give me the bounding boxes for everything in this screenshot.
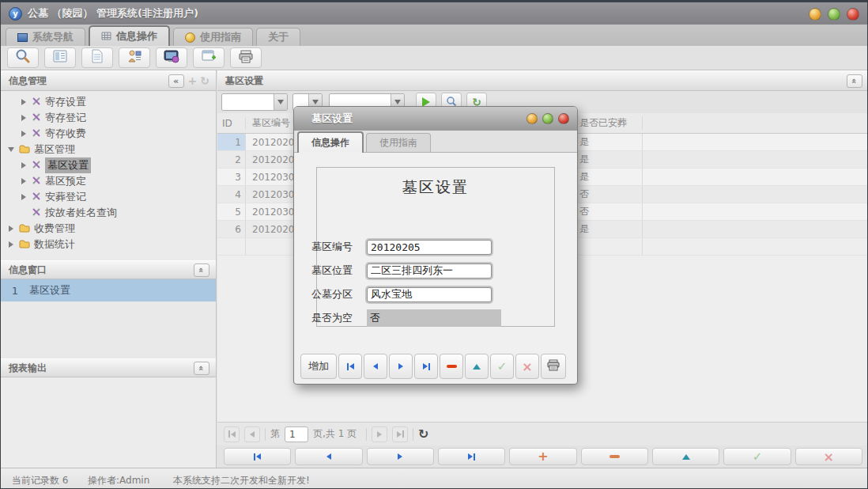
grid-refresh-button[interactable]: ↻ [418, 426, 428, 442]
last-page-button[interactable] [392, 426, 408, 442]
expand-arrow-icon[interactable] [21, 194, 26, 200]
record-last-button[interactable] [438, 448, 505, 465]
dialog-maximize-button[interactable] [542, 113, 553, 124]
refresh-icon[interactable]: ↻ [200, 74, 209, 87]
prev-page-button[interactable] [244, 426, 260, 442]
window-add-icon [202, 50, 216, 66]
record-confirm-button[interactable]: ✓ [723, 448, 791, 465]
cell-id[interactable]: 2 [217, 151, 246, 168]
tab-info-operation[interactable]: 信息操作 [89, 25, 170, 46]
tab-label: 信息操作 [116, 29, 157, 44]
tree-item-statistics[interactable]: 数据统计 [1, 237, 216, 252]
monitor-globe-button[interactable] [156, 47, 187, 68]
tree-item-storage-setup[interactable]: 寄存设置 [1, 94, 216, 110]
collapse-info-window-button[interactable]: « [194, 263, 209, 277]
dropdown-button[interactable] [274, 94, 287, 110]
grave-code-input[interactable] [367, 240, 492, 255]
window-controls [809, 8, 859, 21]
first-page-button[interactable] [224, 426, 240, 442]
add-record-button[interactable]: 增加 [300, 354, 337, 379]
minimize-button[interactable] [809, 8, 821, 21]
collapse-sidebar-button[interactable]: « [168, 74, 184, 88]
cell-id[interactable]: 4 [217, 186, 246, 203]
expand-arrow-icon[interactable] [21, 99, 26, 105]
record-cancel-button[interactable]: × [795, 448, 862, 465]
record-add-button[interactable]: + [509, 448, 576, 465]
dialog-prev-button[interactable] [364, 354, 387, 379]
dialog-delete-button[interactable] [440, 354, 463, 379]
next-page-button[interactable] [372, 426, 387, 442]
cell-id[interactable]: 5 [217, 203, 246, 220]
plus-icon: + [538, 450, 548, 463]
dialog-tab-user-guide[interactable]: 使用指南 [366, 133, 431, 152]
dialog-first-button[interactable] [338, 354, 362, 379]
printer-button[interactable] [230, 47, 262, 68]
window-add-button[interactable] [193, 47, 225, 68]
tab-about[interactable]: 关于 [256, 28, 300, 46]
tree-item-search-by-name[interactable]: 按故者姓名查询 [1, 205, 216, 221]
document-icon [91, 49, 104, 66]
record-count-label: 当前记录数 6 [12, 474, 68, 487]
cell-buried[interactable]: 是 [575, 151, 643, 168]
grave-location-input[interactable] [367, 263, 492, 279]
record-edit-button[interactable] [652, 448, 719, 465]
column-header-id[interactable]: ID [217, 118, 246, 129]
dialog-cancel-button[interactable]: × [515, 354, 539, 379]
expand-arrow-icon[interactable] [21, 178, 26, 184]
dialog-minimize-button[interactable] [526, 113, 538, 124]
tab-system-nav[interactable]: 系统导航 [6, 28, 85, 46]
expand-arrow-icon[interactable] [21, 162, 26, 169]
dialog-confirm-button[interactable]: ✓ [490, 354, 514, 379]
prev-record-icon [373, 363, 378, 370]
tree-item-grave-reserve[interactable]: 墓区预定 [1, 173, 216, 189]
tree-item-storage-register[interactable]: 寄存登记 [1, 110, 216, 126]
cell-buried[interactable]: 否 [575, 203, 643, 220]
tab-user-guide[interactable]: 使用指南 [173, 28, 253, 46]
record-first-button[interactable] [224, 448, 291, 465]
record-next-button[interactable] [367, 448, 434, 465]
cell-id[interactable]: 6 [217, 221, 246, 237]
dialog-close-button[interactable] [558, 113, 569, 124]
dialog-tab-info-operation[interactable]: 信息操作 [297, 131, 364, 153]
first-page-icon [231, 431, 236, 438]
dialog-next-button[interactable] [389, 354, 413, 379]
record-delete-button[interactable] [581, 448, 648, 465]
cell-buried[interactable]: 是 [575, 169, 643, 185]
collapse-arrow-icon[interactable] [8, 147, 14, 152]
expand-arrow-icon[interactable] [9, 241, 13, 248]
expand-arrow-icon[interactable] [21, 115, 26, 121]
tree-item-burial-register[interactable]: 安葬登记 [1, 189, 216, 205]
cell-id[interactable]: 3 [217, 169, 246, 185]
tree-item-grave-management[interactable]: 墓区管理 [1, 142, 216, 157]
expand-arrow-icon[interactable] [9, 226, 13, 232]
dialog-last-button[interactable] [414, 354, 438, 379]
tools-icon [32, 176, 41, 188]
add-icon[interactable]: + [188, 74, 198, 87]
cell-buried[interactable]: 是 [575, 221, 643, 237]
cell-id[interactable]: 1 [217, 134, 246, 150]
form-view-button[interactable] [44, 47, 76, 68]
grave-setup-panel-header: 墓区设置 « [217, 70, 868, 91]
filter-field-select[interactable] [221, 93, 288, 111]
page-number-input[interactable] [285, 426, 308, 442]
maximize-button[interactable] [828, 8, 840, 21]
collapse-report-button[interactable]: « [194, 362, 209, 375]
tree-item-fee-management[interactable]: 收费管理 [1, 221, 216, 237]
collapse-main-panel-button[interactable]: « [847, 74, 862, 88]
search-button[interactable] [7, 47, 39, 68]
tree-item-grave-setup[interactable]: 墓区设置 [1, 157, 216, 173]
user-settings-button[interactable] [119, 47, 150, 68]
record-prev-button[interactable] [295, 448, 362, 465]
tree-item-storage-fee[interactable]: 寄存收费 [1, 126, 216, 142]
dialog-print-button[interactable] [541, 354, 566, 379]
close-button[interactable] [847, 8, 859, 21]
prev-page-icon [250, 431, 255, 438]
expand-arrow-icon[interactable] [21, 131, 26, 137]
cell-buried[interactable]: 否 [575, 186, 643, 203]
info-window-item-selected[interactable]: 1 墓区设置 [1, 279, 216, 301]
document-button[interactable] [81, 47, 113, 68]
column-header-buried[interactable]: 是否已安葬 [575, 116, 643, 130]
cemetery-section-input[interactable] [367, 287, 492, 302]
cell-buried[interactable]: 是 [575, 134, 643, 150]
dialog-edit-button[interactable] [465, 354, 489, 379]
